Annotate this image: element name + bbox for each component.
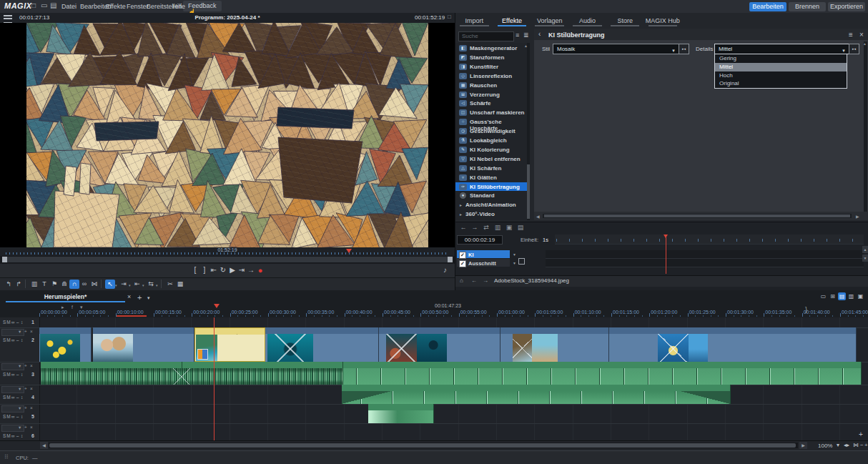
keyframe-track-strip[interactable] <box>546 250 864 259</box>
clip-audioblocks-14-collettivo-armo[interactable]: audioblocks-14-collettivo-armonico-carlo… <box>343 362 862 385</box>
track-slot-icon[interactable]: × <box>30 363 33 368</box>
feedback-button[interactable]: ☝Feedback <box>183 1 222 11</box>
track-toggle-icons[interactable]: SM∞⇔↕ <box>3 320 24 325</box>
menu-item-datei[interactable]: Datei <box>61 3 77 10</box>
transport-range-end[interactable]: ] <box>199 266 209 274</box>
effect-item-standard[interactable]: ●Standard <box>455 191 527 200</box>
keyframe-timecode[interactable]: 00:00:02:19 <box>457 235 503 245</box>
track-slot-icon[interactable]: ▾ <box>19 386 21 392</box>
expand-caret-icon[interactable]: ▸ <box>460 212 462 217</box>
detail-scroll-up-icon[interactable]: ▲ <box>863 41 867 46</box>
track-toggle-icons[interactable]: SM∞⇔↕ <box>3 414 24 419</box>
scrub-handle-right[interactable] <box>448 257 453 262</box>
track-slot-icon[interactable]: + <box>24 425 27 430</box>
effect-item-gauss-sche-unschärfe[interactable]: ○Gauss'sche Unschärfe <box>455 117 527 127</box>
track-slot-icon[interactable]: + <box>24 386 27 391</box>
project-end-marker[interactable]: } <box>805 306 807 313</box>
zoom-preset-caret[interactable]: ▾ <box>837 442 839 448</box>
dropdown-option-original[interactable]: Original <box>715 79 847 88</box>
next-keyframe-icon[interactable]: → <box>470 224 480 231</box>
dropdown-option-hoch[interactable]: Hoch <box>715 71 847 80</box>
tab-audio[interactable]: Audio <box>568 16 606 27</box>
effects-list-scrollbar-thumb[interactable] <box>527 164 530 219</box>
title-editor-icon[interactable]: T <box>39 280 49 289</box>
menu-item-fenster[interactable]: Fenster <box>127 3 149 10</box>
undo-icon[interactable]: ↰ <box>4 280 14 289</box>
effect-item-ki-stilübertragung[interactable]: ✑KI Stilübertragung <box>455 182 527 192</box>
clip-very-close-thunder-Gkl-184d-mp[interactable]: very-close-thunder_Gkl_184d.mp3 <box>41 362 182 385</box>
transport-jump-to-start[interactable]: ⇤ <box>209 266 219 274</box>
prev-keyframe-icon[interactable]: ← <box>458 224 468 231</box>
mode-button-bearbeiten[interactable]: Bearbeiten <box>749 2 786 11</box>
effect-item-verzerrung[interactable]: ⊞Verzerrung <box>455 90 527 99</box>
effect-item-ansicht-animation[interactable]: ▸Ansicht/Animation <box>455 200 527 209</box>
clip-318594944-jpeg[interactable]: 318594944 .jpeg <box>93 327 194 362</box>
scrub-handle-left[interactable] <box>2 257 7 262</box>
zoom-object-icon[interactable]: ⋈ <box>853 442 859 448</box>
next-object[interactable]: → <box>483 277 488 284</box>
zoom-in[interactable]: + <box>864 442 868 448</box>
copy-keyframe-icon[interactable]: ▣ <box>504 224 514 231</box>
track-slot-icon[interactable]: + <box>24 363 27 368</box>
effect-item-360-video[interactable]: ▸360°-Video <box>455 209 527 219</box>
effect-item-maskengenerator[interactable]: ◧Maskengenerator <box>455 44 527 53</box>
track-toggle-icons[interactable]: SM∞⇔↕ <box>3 395 24 400</box>
effect-checkbox[interactable]: ✓ <box>459 260 466 267</box>
project-tab-caret-icon[interactable]: ▾ <box>147 295 150 301</box>
dropdown-option-gering[interactable]: Gering <box>715 54 847 63</box>
unit-value[interactable]: 1s <box>543 237 548 243</box>
ruler-corner-icon-2[interactable]: ▾ <box>80 305 83 310</box>
view-scene[interactable]: ⊞ <box>829 292 837 300</box>
unlink-objects-icon[interactable]: ⋈ <box>89 280 99 289</box>
track-slot-icon[interactable]: × <box>30 425 33 430</box>
effect-item-kunstfilter[interactable]: ◨Kunstfilter <box>455 62 527 71</box>
transport-range-start[interactable]: [ <box>190 266 200 274</box>
keyframe-row-ausschnitt[interactable]: ✓Ausschnitt <box>457 259 510 267</box>
clip-313342890-jpeg[interactable]: 313342890.jpeg <box>39 327 92 362</box>
effect-item-rauschen[interactable]: ▦Rauschen <box>455 81 527 90</box>
mouse-mode-icon[interactable]: ↖ <box>105 280 115 289</box>
zoom-fit-icon[interactable]: ◂▸ <box>844 442 849 448</box>
video-preview-canvas[interactable] <box>0 23 455 247</box>
preview-volume-icon[interactable]: ♪ <box>443 266 447 274</box>
transport-record[interactable]: ● <box>255 266 265 275</box>
keyframe-playhead-marker[interactable] <box>664 235 668 238</box>
delete-object-icon[interactable]: ▥ <box>29 280 39 289</box>
detail-vscrollbar[interactable] <box>864 41 867 212</box>
view-timeline[interactable]: ▤ <box>838 292 846 300</box>
group-objects-icon[interactable]: ⋒ <box>59 280 69 289</box>
tree-view-icon[interactable]: ≣ <box>523 31 529 39</box>
link-objects-icon[interactable]: ∞ <box>79 280 89 289</box>
transport-jump-to-end[interactable]: → <box>246 266 256 274</box>
project-tab[interactable]: Herumspielen* <box>6 292 125 302</box>
track-slot-icon[interactable]: + <box>24 329 27 334</box>
tab-magix-hub[interactable]: MAGIX Hub <box>644 16 682 27</box>
track-header-5[interactable]: ▾+×SM∞⇔↕5 <box>0 404 39 423</box>
track-slot-icon[interactable]: ▾ <box>19 405 21 411</box>
redo-icon[interactable]: ↱ <box>14 280 24 289</box>
stil-select[interactable]: Mosaik▼ <box>553 44 679 54</box>
transport-play[interactable]: ▶ <box>227 266 237 274</box>
track-header-2[interactable]: ▾+×SM∞⇔↕2 <box>0 327 39 362</box>
track-slot-icon[interactable]: + <box>24 405 27 410</box>
track-header-6[interactable]: ▾+×SM∞⇔↕6 <box>0 423 39 440</box>
tab-import[interactable]: Import <box>455 16 493 27</box>
effect-item-ki-nebel-entfernen[interactable]: ▽KI Nebel entfernen <box>455 154 527 164</box>
stil-keyframe-button[interactable]: ▸◂ <box>679 44 689 54</box>
mouse-mode-stretch-icon[interactable]: ⇆ <box>146 280 156 289</box>
zoom-level-value[interactable]: 100% <box>818 443 832 449</box>
detail-hscroll-thumb[interactable] <box>544 214 850 217</box>
object-home-icon[interactable]: ⌂ <box>460 277 463 284</box>
effect-detail-close-icon[interactable]: × <box>859 31 864 39</box>
delete-keyframe-icon[interactable]: ▥ <box>493 224 503 231</box>
track-slot-icon[interactable]: ▾ <box>19 425 21 430</box>
menu-item-hilfe[interactable]: Hilfe <box>172 3 185 10</box>
keyframe-curve-box-icon[interactable] <box>518 258 525 265</box>
project-tab-add-icon[interactable]: + <box>137 293 142 302</box>
details-select[interactable]: Mittel▼ <box>714 44 849 54</box>
mode-button-exportieren[interactable]: Exportieren <box>828 2 865 11</box>
detail-scroll-right-icon[interactable]: ▶ <box>856 214 859 219</box>
keyframe-scroll-down[interactable]: ▼ <box>862 255 868 262</box>
mode-button-brennen[interactable]: Brennen <box>789 2 826 11</box>
clip-explosion-blast-lightning-bolt[interactable]: explosion-blast-lightning-bolt... <box>368 404 434 423</box>
